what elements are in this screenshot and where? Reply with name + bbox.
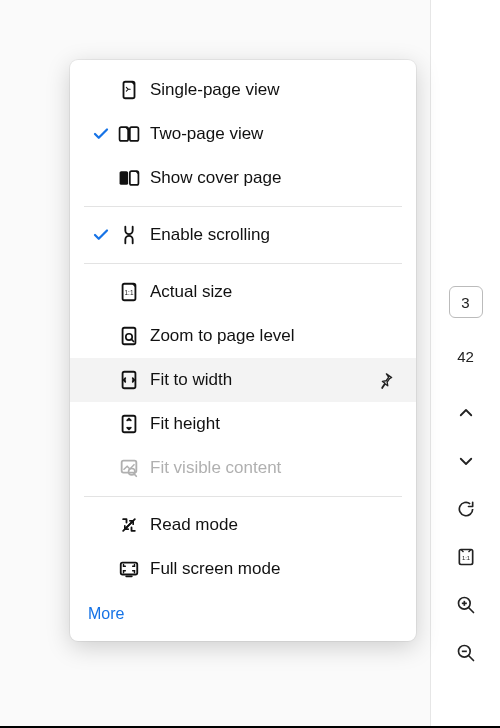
actual-size-icon: 1:1 [114, 281, 144, 303]
page-total-label: 42 [457, 348, 474, 365]
page-number-input[interactable]: 3 [449, 286, 483, 318]
menu-item-fit-visible: Fit visible content [70, 446, 416, 490]
scrolling-icon [114, 224, 144, 246]
menu-item-label: Show cover page [144, 168, 400, 188]
menu-item-fit-width[interactable]: Fit to width [70, 358, 416, 402]
menu-item-fit-height[interactable]: Fit height [70, 402, 416, 446]
zoom-in-icon [456, 595, 476, 615]
more-link[interactable]: More [70, 591, 416, 627]
chevron-up-icon [457, 404, 475, 422]
menu-item-label: Zoom to page level [144, 326, 400, 346]
fit-height-icon [114, 413, 144, 435]
menu-item-enable-scrolling[interactable]: Enable scrolling [70, 213, 416, 257]
menu-item-label: Read mode [144, 515, 400, 535]
single-page-icon [114, 79, 144, 101]
fit-visible-icon [114, 457, 144, 479]
page-up-button[interactable] [452, 399, 480, 427]
svg-line-3 [468, 608, 473, 613]
menu-item-label: Fit height [144, 414, 400, 434]
checkmark-icon [88, 125, 114, 143]
svg-text:1:1: 1:1 [125, 289, 134, 296]
svg-rect-9 [124, 82, 135, 99]
zoom-out-icon [456, 643, 476, 663]
menu-item-actual-size[interactable]: 1:1 Actual size [70, 270, 416, 314]
full-screen-icon [114, 558, 144, 580]
pin-icon [372, 371, 400, 389]
svg-text:1:1: 1:1 [461, 555, 469, 561]
chevron-down-icon [457, 452, 475, 470]
view-menu-popup: Single-page view Two-page view Show cove… [70, 60, 416, 641]
svg-line-23 [134, 474, 136, 476]
svg-line-7 [468, 656, 473, 661]
svg-line-18 [131, 339, 133, 341]
checkmark-icon [88, 226, 114, 244]
actual-size-button[interactable]: 1:1 [452, 543, 480, 571]
menu-item-cover-page[interactable]: Show cover page [70, 156, 416, 200]
menu-separator [84, 263, 402, 264]
menu-item-single-page[interactable]: Single-page view [70, 68, 416, 112]
menu-item-label: Enable scrolling [144, 225, 400, 245]
right-toolbar: 3 42 1:1 [430, 0, 500, 728]
zoom-in-button[interactable] [452, 591, 480, 619]
zoom-out-button[interactable] [452, 639, 480, 667]
menu-item-label: Single-page view [144, 80, 400, 100]
one-to-one-icon: 1:1 [456, 547, 476, 567]
menu-item-label: Full screen mode [144, 559, 400, 579]
menu-item-zoom-page-level[interactable]: Zoom to page level [70, 314, 416, 358]
svg-rect-11 [130, 127, 139, 141]
fit-width-icon [114, 369, 144, 391]
read-mode-icon [114, 515, 144, 535]
menu-item-label: Actual size [144, 282, 400, 302]
svg-rect-12 [120, 171, 129, 185]
menu-item-label: Fit to width [144, 370, 372, 390]
menu-separator [84, 496, 402, 497]
zoom-page-icon [114, 325, 144, 347]
rotate-icon [456, 499, 476, 519]
menu-separator [84, 206, 402, 207]
menu-item-two-page[interactable]: Two-page view [70, 112, 416, 156]
menu-item-read-mode[interactable]: Read mode [70, 503, 416, 547]
rotate-button[interactable] [452, 495, 480, 523]
two-page-icon [114, 123, 144, 145]
menu-item-full-screen[interactable]: Full screen mode [70, 547, 416, 591]
cover-page-icon [114, 167, 144, 189]
page-down-button[interactable] [452, 447, 480, 475]
menu-item-label: Two-page view [144, 124, 400, 144]
menu-item-label: Fit visible content [144, 458, 400, 478]
